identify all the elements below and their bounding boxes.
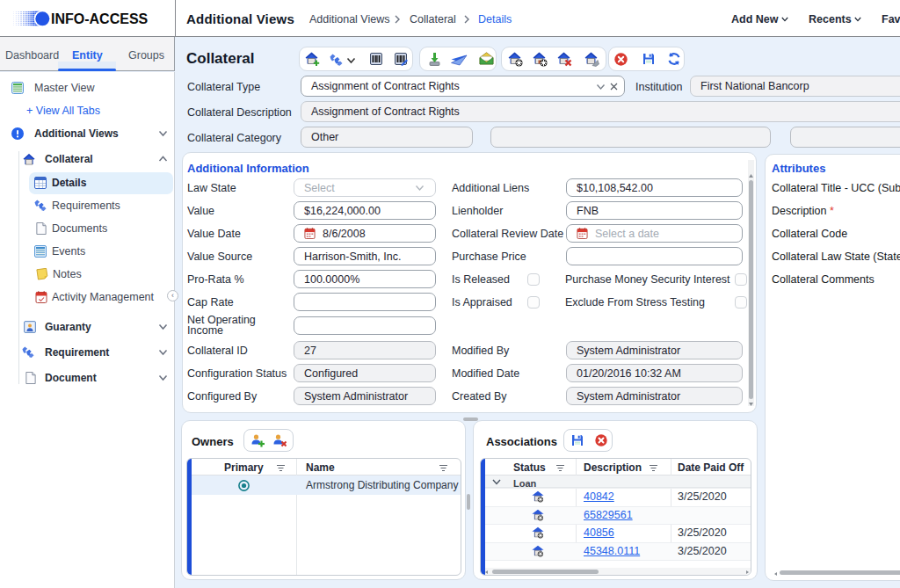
svg-text:INFO-ACCESS: INFO-ACCESS — [51, 11, 149, 26]
